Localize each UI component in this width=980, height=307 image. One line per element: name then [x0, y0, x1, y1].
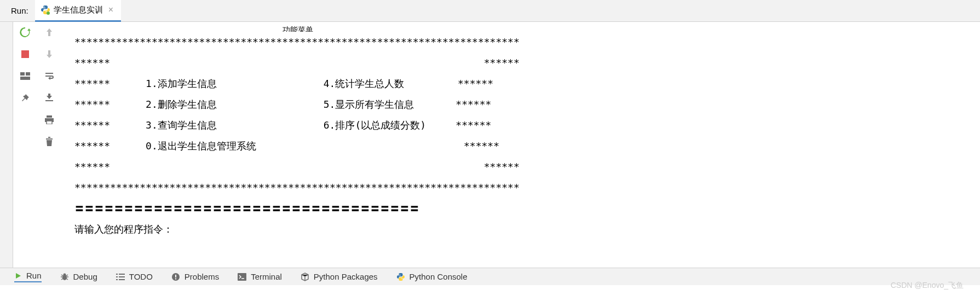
output-line: ****************************************…	[74, 182, 520, 193]
warning-icon	[171, 273, 180, 281]
problems-tool-button[interactable]: Problems	[171, 272, 219, 281]
tool-window-bar: Run Debug TODO Problems Terminal Python …	[0, 268, 980, 285]
close-icon[interactable]: ×	[106, 5, 116, 15]
truncated-header: 功能菜单	[283, 26, 980, 32]
output-line: 请输入您的程序指令：	[74, 223, 173, 235]
left-sidebar: Structure	[0, 22, 13, 268]
trash-icon[interactable]	[43, 136, 55, 148]
svg-line-17	[61, 275, 63, 276]
run-icon	[14, 272, 22, 280]
python-file-icon	[41, 5, 50, 15]
svg-rect-25	[116, 279, 118, 280]
output-line: ****** 0.退出学生信息管理系统 ******	[74, 140, 499, 152]
svg-point-2	[47, 11, 50, 15]
svg-point-0	[43, 6, 44, 7]
problems-tool-label: Problems	[185, 272, 219, 281]
python-console-tool-label: Python Console	[410, 272, 468, 281]
svg-rect-8	[47, 115, 52, 118]
svg-rect-10	[47, 121, 52, 124]
python-icon	[396, 273, 405, 281]
svg-rect-7	[45, 100, 53, 101]
rerun-icon[interactable]	[19, 26, 31, 38]
scroll-to-end-icon[interactable]	[43, 92, 55, 104]
pin-icon[interactable]	[19, 92, 31, 104]
output-line: ****** ******	[74, 161, 520, 172]
run-label: Run:	[0, 6, 35, 15]
terminal-icon	[238, 273, 246, 281]
todo-tool-button[interactable]: TODO	[116, 272, 153, 281]
stop-icon[interactable]	[19, 48, 31, 60]
svg-point-14	[63, 273, 66, 276]
layout-icon[interactable]	[19, 70, 31, 82]
svg-line-18	[66, 275, 68, 276]
output-line: ****************************************…	[74, 36, 520, 48]
run-tab-bar: Run: 学生信息实训 ×	[0, 0, 980, 22]
todo-tool-label: TODO	[129, 272, 153, 281]
debug-tool-label: Debug	[73, 272, 97, 281]
packages-tool-button[interactable]: Python Packages	[301, 272, 378, 281]
svg-rect-11	[46, 138, 53, 140]
run-toolbar-left	[13, 22, 37, 268]
output-line: 〓〓〓〓〓〓〓〓〓〓〓〓〓〓〓〓〓〓〓〓〓〓〓〓〓〓〓〓〓〓〓〓〓〓〓	[74, 202, 419, 214]
svg-rect-4	[20, 72, 25, 76]
svg-rect-6	[20, 77, 30, 80]
svg-rect-26	[119, 279, 125, 280]
output-line: ****** 2.删除学生信息 5.显示所有学生信息 ******	[74, 99, 491, 110]
list-icon	[116, 273, 125, 281]
main-area: Structure	[0, 22, 980, 268]
terminal-tool-label: Terminal	[251, 272, 282, 281]
svg-rect-29	[175, 278, 176, 279]
down-arrow-icon[interactable]	[43, 48, 55, 60]
svg-rect-5	[26, 72, 30, 76]
svg-rect-21	[116, 274, 118, 275]
console-output[interactable]: 功能菜单************************************…	[61, 22, 980, 268]
svg-line-19	[61, 279, 63, 280]
svg-rect-12	[48, 137, 50, 138]
svg-line-20	[66, 279, 68, 280]
run-toolbar-right	[37, 22, 61, 268]
up-arrow-icon[interactable]	[43, 26, 55, 38]
output-line: ****** 3.查询学生信息 6.排序(以总成绩分数) ******	[74, 119, 491, 131]
svg-rect-22	[119, 274, 125, 275]
packages-tool-label: Python Packages	[314, 272, 378, 281]
svg-rect-24	[119, 276, 125, 277]
run-tool-button[interactable]: Run	[14, 271, 42, 282]
run-tool-label: Run	[26, 271, 42, 280]
packages-icon	[301, 273, 309, 281]
output-line: ****** ******	[74, 57, 520, 68]
debug-tool-button[interactable]: Debug	[60, 272, 97, 281]
svg-rect-3	[21, 50, 29, 58]
bug-icon	[60, 273, 69, 281]
soft-wrap-icon[interactable]	[43, 70, 55, 82]
print-icon[interactable]	[43, 114, 55, 126]
output-line: ****** 1.添加学生信息 4.统计学生总人数 ******	[74, 78, 493, 89]
run-tab[interactable]: 学生信息实训 ×	[35, 0, 121, 22]
svg-rect-30	[238, 273, 246, 281]
terminal-tool-button[interactable]: Terminal	[238, 272, 282, 281]
svg-rect-23	[116, 276, 118, 277]
svg-rect-28	[175, 275, 176, 277]
tab-title: 学生信息实训	[54, 5, 103, 15]
python-console-tool-button[interactable]: Python Console	[396, 272, 468, 281]
